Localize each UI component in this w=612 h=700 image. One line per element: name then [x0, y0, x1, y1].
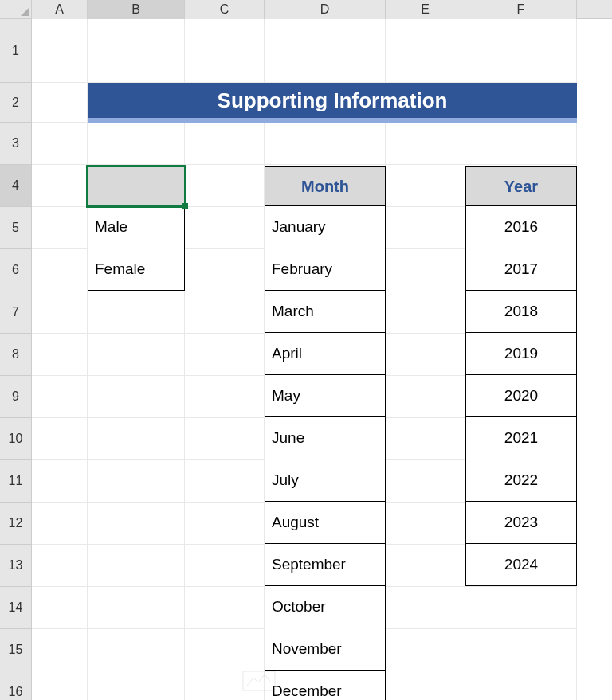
cell[interactable] — [386, 418, 465, 460]
row-header-10[interactable]: 10 — [0, 418, 32, 460]
row-header-2[interactable]: 2 — [0, 83, 32, 123]
month-cell[interactable]: October — [265, 586, 386, 628]
cell[interactable] — [386, 587, 465, 629]
row-header-6[interactable]: 6 — [0, 249, 32, 291]
cell[interactable] — [32, 587, 88, 629]
cell[interactable] — [465, 123, 577, 165]
cell[interactable] — [88, 418, 185, 460]
cell[interactable] — [185, 249, 265, 291]
cell[interactable] — [32, 545, 88, 587]
cell[interactable] — [88, 291, 185, 334]
row-header-9[interactable]: 9 — [0, 376, 32, 418]
cell[interactable] — [386, 19, 465, 83]
cell[interactable] — [386, 207, 465, 249]
cell[interactable] — [185, 545, 265, 587]
col-header-C[interactable]: C — [185, 0, 265, 19]
row-header-11[interactable]: 11 — [0, 460, 32, 503]
cell[interactable] — [386, 545, 465, 587]
month-cell[interactable]: May — [265, 375, 386, 417]
cell[interactable] — [32, 334, 88, 376]
month-cell[interactable]: July — [265, 459, 386, 502]
cell[interactable] — [88, 587, 185, 629]
row-header-13[interactable]: 13 — [0, 545, 32, 587]
row-header-14[interactable]: 14 — [0, 587, 32, 629]
cell[interactable] — [185, 503, 265, 545]
row-header-1[interactable]: 1 — [0, 19, 32, 83]
gender-cell[interactable]: Female — [88, 248, 185, 291]
cell[interactable] — [386, 165, 465, 207]
year-cell[interactable]: 2017 — [465, 248, 577, 291]
col-header-A[interactable]: A — [32, 0, 88, 19]
row-header-5[interactable]: 5 — [0, 207, 32, 249]
year-cell[interactable]: 2021 — [465, 417, 577, 459]
cell[interactable] — [32, 418, 88, 460]
cell[interactable] — [386, 291, 465, 334]
year-cell[interactable]: 2019 — [465, 333, 577, 375]
month-cell[interactable]: August — [265, 502, 386, 544]
cell[interactable] — [88, 334, 185, 376]
month-cell[interactable]: April — [265, 333, 386, 375]
select-all-corner[interactable] — [0, 0, 32, 19]
cell[interactable] — [32, 83, 88, 123]
gender-header[interactable]: Gender — [88, 166, 185, 206]
cell[interactable] — [32, 376, 88, 418]
cell[interactable] — [265, 19, 386, 83]
cell[interactable] — [386, 249, 465, 291]
cell[interactable] — [32, 19, 88, 83]
cell[interactable] — [32, 207, 88, 249]
cell[interactable] — [185, 207, 265, 249]
cell[interactable] — [32, 503, 88, 545]
cell[interactable] — [32, 123, 88, 165]
year-cell[interactable]: 2020 — [465, 375, 577, 417]
month-cell[interactable]: September — [265, 544, 386, 586]
cell[interactable] — [185, 418, 265, 460]
row-header-8[interactable]: 8 — [0, 334, 32, 376]
cell[interactable] — [465, 629, 577, 671]
year-cell[interactable]: 2024 — [465, 544, 577, 586]
row-header-16[interactable]: 16 — [0, 671, 32, 700]
year-cell[interactable]: 2023 — [465, 502, 577, 544]
month-cell[interactable]: March — [265, 291, 386, 333]
cell[interactable] — [32, 671, 88, 700]
cell[interactable] — [386, 671, 465, 700]
cell[interactable] — [32, 629, 88, 671]
cell[interactable] — [185, 123, 265, 165]
year-cell[interactable]: 2022 — [465, 459, 577, 502]
cell[interactable] — [88, 460, 185, 503]
cell[interactable] — [386, 334, 465, 376]
month-cell[interactable]: June — [265, 417, 386, 459]
row-header-3[interactable]: 3 — [0, 123, 32, 165]
year-cell[interactable]: 2018 — [465, 291, 577, 333]
cell[interactable] — [88, 19, 185, 83]
cell[interactable] — [465, 587, 577, 629]
cell[interactable] — [185, 376, 265, 418]
cell[interactable] — [465, 671, 577, 700]
month-cell[interactable]: January — [265, 206, 386, 248]
month-cell[interactable]: December — [265, 671, 386, 700]
cell[interactable] — [88, 629, 185, 671]
cell[interactable] — [32, 291, 88, 334]
cell[interactable] — [88, 671, 185, 700]
month-header[interactable]: Month — [265, 166, 386, 206]
cell[interactable] — [386, 503, 465, 545]
cell[interactable] — [88, 376, 185, 418]
cell[interactable] — [386, 376, 465, 418]
cell[interactable] — [32, 165, 88, 207]
cell[interactable] — [265, 123, 386, 165]
cell[interactable] — [88, 503, 185, 545]
col-header-D[interactable]: D — [265, 0, 386, 19]
year-cell[interactable]: 2016 — [465, 206, 577, 248]
cell[interactable] — [386, 629, 465, 671]
cell[interactable] — [185, 19, 265, 83]
cell[interactable] — [185, 587, 265, 629]
cell[interactable] — [88, 123, 185, 165]
cell[interactable] — [185, 460, 265, 503]
month-cell[interactable]: February — [265, 248, 386, 291]
cell[interactable] — [386, 123, 465, 165]
col-header-B[interactable]: B — [88, 0, 185, 19]
cell[interactable] — [88, 545, 185, 587]
cell[interactable] — [185, 165, 265, 207]
row-header-15[interactable]: 15 — [0, 629, 32, 671]
col-header-F[interactable]: F — [465, 0, 577, 19]
cell[interactable] — [32, 460, 88, 503]
